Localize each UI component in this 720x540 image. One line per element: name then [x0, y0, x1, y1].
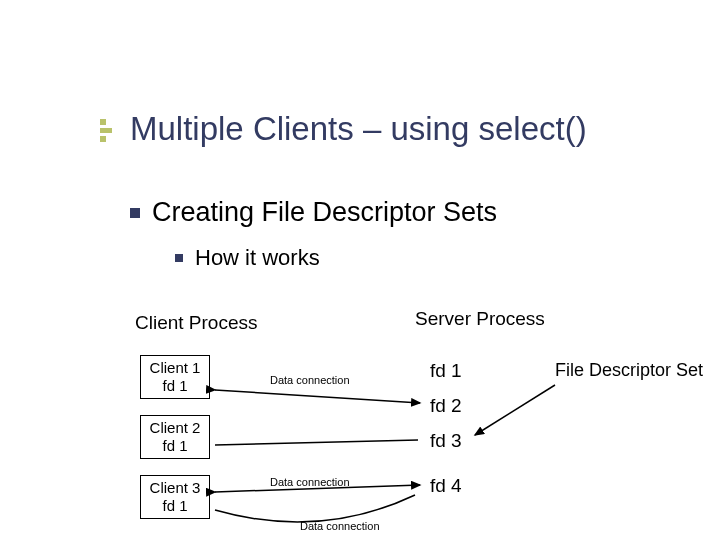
- client-fd: fd 1: [162, 497, 187, 514]
- svg-line-3: [475, 385, 555, 435]
- server-fd-2: fd 2: [430, 395, 462, 417]
- title-decoration: [100, 119, 112, 142]
- data-connection-label: Data connection: [270, 374, 350, 386]
- diagram-arrows: [0, 0, 720, 540]
- svg-line-0: [215, 390, 420, 403]
- bullet-icon: [130, 208, 140, 218]
- client-name: Client 1: [150, 359, 201, 376]
- client-fd: fd 1: [162, 377, 187, 394]
- client-name: Client 2: [150, 419, 201, 436]
- slide-title: Multiple Clients – using select(): [100, 110, 587, 148]
- client-process-label: Client Process: [135, 312, 258, 334]
- client-box-1: Client 1 fd 1: [140, 355, 210, 399]
- bullet-text: How it works: [195, 245, 320, 271]
- bullet-text: Creating File Descriptor Sets: [152, 197, 497, 228]
- client-name: Client 3: [150, 479, 201, 496]
- bullet-level-2: How it works: [175, 245, 320, 271]
- server-process-label: Server Process: [415, 308, 545, 330]
- server-fd-3: fd 3: [430, 430, 462, 452]
- fd-set-label: File Descriptor Set: [555, 360, 703, 381]
- data-connection-label: Data connection: [270, 476, 350, 488]
- client-box-3: Client 3 fd 1: [140, 475, 210, 519]
- data-connection-label: Data connection: [300, 520, 380, 532]
- server-fd-4: fd 4: [430, 475, 462, 497]
- bullet-icon: [175, 254, 183, 262]
- svg-line-1: [215, 440, 418, 445]
- bullet-level-1: Creating File Descriptor Sets: [130, 197, 497, 228]
- client-fd: fd 1: [162, 437, 187, 454]
- client-box-2: Client 2 fd 1: [140, 415, 210, 459]
- server-fd-1: fd 1: [430, 360, 462, 382]
- title-text: Multiple Clients – using select(): [130, 110, 587, 148]
